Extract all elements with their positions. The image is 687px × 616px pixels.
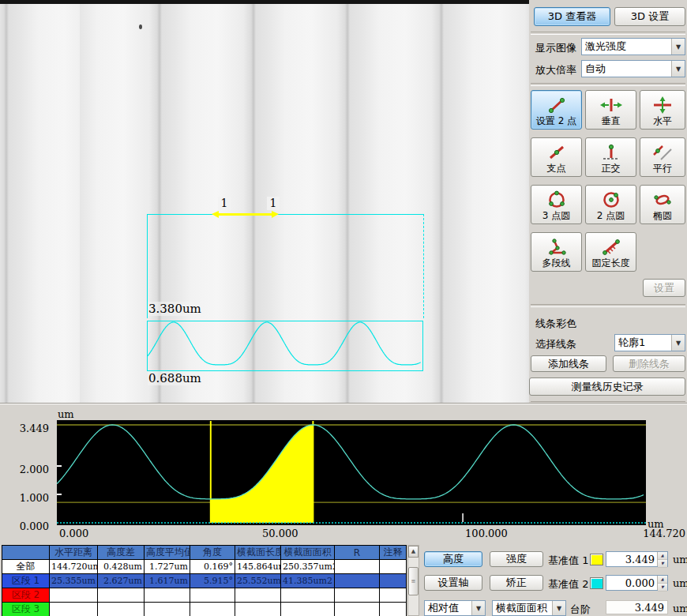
table-scrollbar[interactable]: ▲ ≡ [407,545,419,616]
table-column-header: 注释 [380,546,407,560]
measurement-table[interactable]: 水平距离高度差高度平均值角度横截面长度横截面面积R注释 全部144.720um0… [2,545,407,616]
spin-down-icon[interactable]: ▼ [658,560,667,568]
tool-orthogonal-button[interactable]: 正交 [585,137,636,177]
measure-line-history-button[interactable]: 测量线历史记录 [529,377,685,396]
ref1-label: 基准值 1 [548,554,588,568]
mini-profile-curve [148,321,421,369]
chevron-down-icon: ▼ [671,335,685,351]
row-label[interactable]: 区段 2 [2,588,50,603]
ref2-color-swatch[interactable] [590,577,603,589]
measure-arrow-left-icon [212,211,219,218]
measure-arrow-right-icon [272,211,279,218]
tool-fixed-length-button[interactable]: 固定长度 [585,232,636,272]
profile-min-label: 0.688um [148,371,202,385]
y-axis-tick-label: 2.000 [0,464,49,475]
table-cell [380,603,407,616]
table-cell [50,588,98,603]
table-cell [380,560,407,574]
ref1-unit: um [673,554,687,565]
profile-max-label: 3.380um [148,302,202,316]
three-point-circle-icon [545,190,569,209]
y-axis-tick-label: 1.000 [0,492,49,504]
y-axis-tick-label: 0.000 [0,520,49,532]
separator [531,32,685,35]
mini-profile-box [147,321,423,371]
microscope-image[interactable]: 1 1 3.380um 0.688um [0,0,529,403]
tool-pivot-button[interactable]: 支点 [531,137,582,177]
y-axis-unit-label: um [58,408,74,420]
set-axis-button[interactable]: 设置轴 [424,575,482,591]
ref1-color-swatch[interactable] [590,554,603,565]
table-cell: 1.727um [145,560,190,574]
x-axis-tick-label: 100.000 [465,528,508,539]
magnification-select[interactable]: 自动 ▼ [581,60,685,77]
tool-2-point-circle-button[interactable]: 2 点圆 [585,185,636,224]
tool-polyline-button[interactable]: 多段线 [531,232,582,272]
3d-settings-button[interactable]: 3D 设置 [614,7,685,26]
table-column-header: 角度 [190,546,235,560]
tool-horizontal-button[interactable]: 水平 [640,90,685,130]
table-row[interactable]: 区段 125.355um2.627um1.617um5.915°25.552um… [2,574,407,588]
step-unit: um [673,603,687,614]
relative-value-dropdown[interactable]: 相对值 ▼ [424,600,486,616]
tool-ellipse-button[interactable]: 椭圆 [640,185,685,224]
3d-viewer-button[interactable]: 3D 查看器 [534,7,610,26]
row-label[interactable]: 全部 [2,560,50,574]
table-row[interactable]: 区段 2 [2,588,407,603]
tool-set-2-points-button[interactable]: 设置 2 点 [531,90,582,130]
cross-section-dropdown[interactable]: 横截面面积 ▼ [492,600,566,616]
display-image-select[interactable]: 激光强度 ▼ [581,38,685,55]
profile-plot[interactable] [57,420,646,525]
select-line-dropdown[interactable]: 轮廓1 ▼ [614,334,685,351]
spin-down-icon[interactable]: ▼ [658,584,667,592]
step-label: 台阶 [570,603,591,616]
table-cell [335,560,380,574]
correction-button[interactable]: 矫正 [490,575,543,591]
chart-controls: 高度 强度 基准值 1 3.449 ▲▼ um 设置轴 矫正 基准值 2 0.0… [424,541,687,616]
tool-vertical-button[interactable]: 垂直 [585,90,636,130]
row-label[interactable]: 区段 1 [2,574,50,588]
table-row[interactable]: 区段 3 [2,603,407,616]
spin-up-icon[interactable]: ▲ [658,576,667,584]
table-column-header: R [335,546,380,560]
delete-line-button[interactable]: 删除线条 [613,355,685,372]
row-label[interactable]: 区段 3 [2,603,50,616]
image-speck [139,24,142,29]
tool-parallel-button[interactable]: 平行 [640,137,685,177]
table-cell: 5.915° [190,574,235,588]
table-cell [190,603,235,616]
table-cell [235,603,281,616]
horizontal-line-icon [651,96,674,115]
profile-chart-region: 3.4492.0001.0000.0000.00050.000100.00014… [0,403,687,542]
add-line-button[interactable]: 添加线条 [531,355,606,372]
table-cell [380,588,407,603]
table-cell: 2.627um [98,574,145,588]
table-column-header: 高度平均值 [145,546,190,560]
table-cell [145,588,190,603]
average-profile-setting-button[interactable]: 设置 [643,279,685,297]
segment-marker-start: 1 [218,197,231,210]
height-button[interactable]: 高度 [424,551,482,567]
table-cell: 250.357um2 [281,560,335,574]
tool-3-point-circle-button[interactable]: 3 点圆 [531,185,582,224]
ref1-spinner[interactable]: 3.449 ▲▼ [606,551,668,567]
step-value: 3.449 [606,600,668,614]
spin-up-icon[interactable]: ▲ [658,552,667,560]
intensity-button[interactable]: 强度 [490,551,543,567]
y-axis-tick-label: 3.449 [0,423,49,434]
table-row[interactable]: 全部144.720um0.428um1.727um0.169°145.864um… [2,560,407,574]
table-cell: 0.169° [190,560,235,574]
table-cell [50,603,98,616]
table-column-header: 水平距离 [50,546,98,560]
ref2-spinner[interactable]: 0.000 ▲▼ [606,575,668,591]
table-column-header [2,546,50,560]
separator [531,83,685,86]
table-cell: 25.552um [235,574,281,588]
scroll-up-icon[interactable]: ▲ [408,546,419,558]
measure-segment-line[interactable] [219,213,272,216]
table-cell [281,603,335,616]
scrollbar-thumb[interactable]: ≡ [408,567,419,595]
table-cell: 144.720um [50,560,98,574]
separator [531,304,685,307]
chevron-down-icon: ▼ [552,601,565,615]
